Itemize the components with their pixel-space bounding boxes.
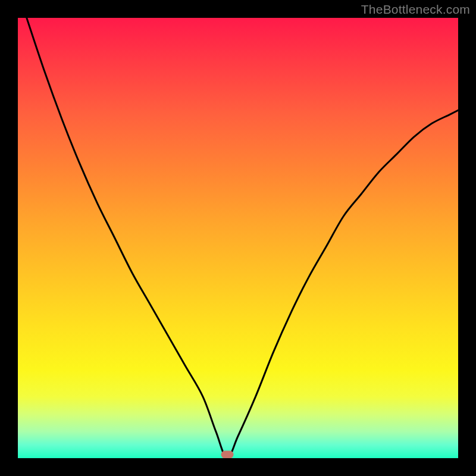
bottleneck-curve <box>27 18 458 458</box>
curve-svg <box>18 18 458 458</box>
watermark-text: TheBottleneck.com <box>361 2 470 17</box>
chart-frame: TheBottleneck.com <box>0 0 476 476</box>
optimum-marker-icon <box>221 451 233 458</box>
plot-area <box>18 18 458 458</box>
